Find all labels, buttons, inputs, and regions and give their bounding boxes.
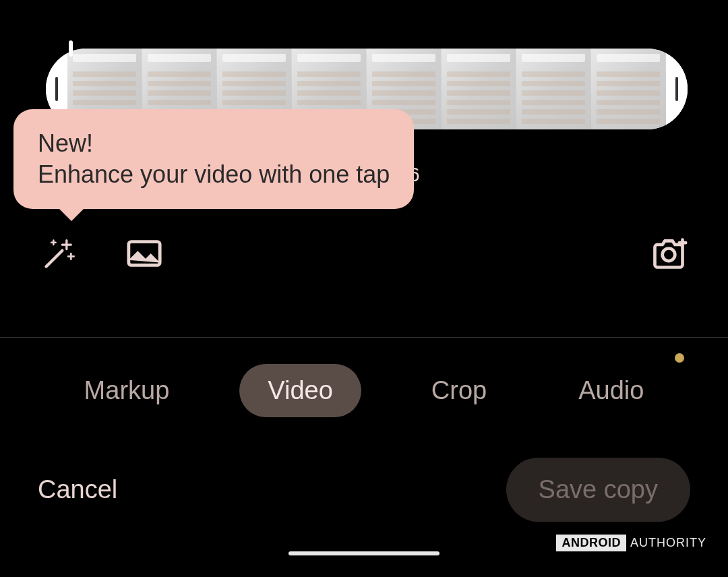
timeline-frame [442, 49, 516, 129]
tooltip-arrow [57, 206, 86, 221]
camera-add-icon [650, 237, 688, 270]
tab-markup[interactable]: Markup [63, 365, 191, 416]
enhance-tooltip: New! Enhance your video with one tap [13, 109, 414, 209]
tab-video[interactable]: Video [239, 364, 361, 417]
notification-dot [675, 353, 684, 363]
edit-tabs: Markup Video Crop Audio [0, 364, 728, 417]
enhance-button[interactable] [40, 235, 78, 272]
watermark-brand: ANDROID [556, 535, 626, 551]
bottom-actions: Cancel Save copy [0, 458, 728, 522]
tab-audio-label: Audio [578, 376, 644, 404]
frame-button[interactable] [125, 235, 163, 272]
frame-photo-icon [126, 239, 162, 268]
watermark: ANDROID AUTHORITY [556, 535, 706, 551]
video-toolbar [0, 235, 728, 272]
home-indicator[interactable] [289, 551, 439, 555]
timeline-frame [591, 49, 666, 129]
camera-add-button[interactable] [650, 235, 688, 272]
magic-wand-icon [42, 236, 77, 271]
tooltip-title: New! [38, 129, 390, 158]
tooltip-text: Enhance your video with one tap [38, 160, 390, 189]
watermark-suffix: AUTHORITY [630, 536, 706, 550]
cancel-button[interactable]: Cancel [38, 475, 117, 504]
timeline-playhead[interactable] [69, 40, 73, 57]
svg-point-1 [663, 249, 675, 262]
timeline-frame [516, 49, 591, 129]
tab-audio[interactable]: Audio [557, 365, 665, 416]
divider [0, 337, 728, 338]
save-copy-button[interactable]: Save copy [506, 458, 690, 522]
tab-crop[interactable]: Crop [410, 365, 508, 416]
trim-handle-right[interactable] [666, 49, 688, 129]
